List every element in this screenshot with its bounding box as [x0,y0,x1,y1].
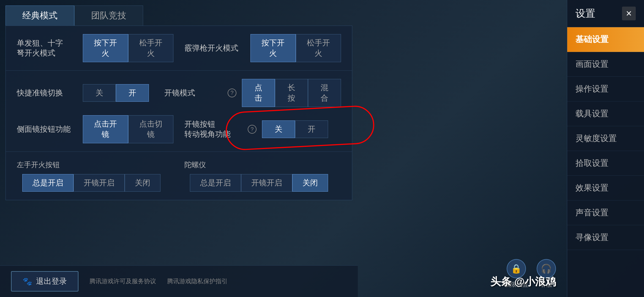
scope-rotate-btn-group: 关 开 [262,120,328,138]
shotgun-release-btn[interactable]: 松手开火 [296,34,341,62]
fire-mode-row: 单发狙、十字 弩开火模式 按下开火 松手开火 霰弹枪开火模式 按下开火 松手开火 [17,34,341,62]
scope-rotate-help-icon[interactable]: ? [248,125,256,134]
scope-mode-help-icon[interactable]: ? [228,89,236,97]
side-scope-label: 侧面镜按钮功能 [17,124,77,134]
left-fire-label: 左手开火按钮 [17,160,60,170]
quick-scope-off-btn[interactable]: 关 [83,84,116,102]
privacy-policy-link[interactable]: 腾讯游戏隐私保护指引 [167,277,228,285]
settings-panel: 单发狙、十字 弩开火模式 按下开火 松手开火 霰弹枪开火模式 按下开火 松手开火 [6,26,352,200]
side-scope-switch-btn[interactable]: 点击切镜 [128,115,174,143]
main-settings-container: 经典模式 团队竞技 单发狙、十字 弩开火模式 按下开火 松手开火 霰弹枪开火模式… [0,0,358,297]
sidebar-item-pickup[interactable]: 拾取设置 [567,151,644,176]
sidebar-item-controls[interactable]: 操作设置 [567,77,644,101]
user-icon: 🐾 [23,277,32,286]
gyro-always-btn[interactable]: 总是开启 [190,174,241,192]
single-shot-btn-group: 按下开火 松手开火 [83,34,173,62]
logout-label: 退出登录 [36,276,67,287]
single-shot-label: 单发狙、十字 弩开火模式 [17,38,77,58]
quick-scope-btn-group: 关 开 [83,84,149,102]
shotgun-half: 霰弹枪开火模式 按下开火 松手开火 [184,34,341,62]
scope-rotate-label-group: 开镜按钮 转动视角功能 ? [184,119,256,139]
sidebar-item-image[interactable]: 寻像设置 [567,225,644,250]
scope-mode-hold-btn[interactable]: 长按 [275,79,308,107]
quick-scope-label: 快捷准镜切换 [17,88,77,98]
gyro-label: 陀螺仪 [184,160,206,170]
gyro-btn-group: 总是开启 开镜开启 关闭 [190,174,328,192]
gyro-scope-btn[interactable]: 开镜开启 [241,174,292,192]
left-fire-off-btn[interactable]: 关闭 [125,174,160,192]
scope-mode-btn-group: 点击 长按 混合 [242,79,341,107]
sidebar-item-effects[interactable]: 效果设置 [567,176,644,200]
quick-scope-on-btn[interactable]: 开 [116,84,149,102]
scope-row2: 侧面镜按钮功能 点击开镜 点击切镜 开镜按钮 转动视角功能 ? 关 开 [17,115,341,143]
shotgun-btn-group: 按下开火 松手开火 [250,34,341,62]
side-scope-btn-group: 点击开镜 点击切镜 [83,115,173,143]
single-shot-press-btn[interactable]: 按下开火 [83,34,128,62]
left-fire-scope-btn[interactable]: 开镜开启 [73,174,125,192]
single-shot-half: 单发狙、十字 弩开火模式 按下开火 松手开火 [17,34,173,62]
left-fire-btn-group: 总是开启 开镜开启 关闭 [22,174,160,192]
scope-rotate-off-btn[interactable]: 关 [262,120,295,138]
sidebar-header: 设置 × [567,0,644,27]
tab-team[interactable]: 团队竞技 [74,6,143,26]
scope-rotate-label: 开镜按钮 转动视角功能 [184,119,245,139]
scope-row1: 快捷准镜切换 关 开 开镜模式 ? 点击 长按 混合 [17,79,341,107]
quick-scope-half: 快捷准镜切换 关 开 [17,84,153,102]
tab-classic[interactable]: 经典模式 [6,6,74,26]
sidebar: 设置 × 基础设置 画面设置 操作设置 载具设置 灵敏度设置 拾取设置 效果设置… [567,0,644,297]
logout-button[interactable]: 🐾 退出登录 [11,271,78,292]
scope-rotate-half: 开镜按钮 转动视角功能 ? 关 开 [184,119,341,139]
service-agreement-link[interactable]: 腾讯游戏许可及服务协议 [89,277,156,285]
sidebar-title: 设置 [575,7,595,20]
section-scope: 快捷准镜切换 关 开 开镜模式 ? 点击 长按 混合 [6,71,352,152]
watermark: 头条 @小浪鸡 [490,275,556,289]
scope-rotate-on-btn[interactable]: 开 [295,120,328,138]
close-button[interactable]: × [622,7,636,20]
single-shot-release-btn[interactable]: 松手开火 [128,34,174,62]
bottom-bar: 🐾 退出登录 腾讯游戏许可及服务协议 腾讯游戏隐私保护指引 [0,265,358,297]
scope-mode-tap-btn[interactable]: 点击 [242,79,275,107]
left-fire-half: 左手开火按钮 总是开启 开镜开启 关闭 [17,160,173,192]
scope-mode-label: 开镜模式 [164,88,225,98]
scope-mode-half: 开镜模式 ? 点击 长按 混合 [164,79,341,107]
gyro-off-btn[interactable]: 关闭 [292,174,328,192]
scope-mode-mix-btn[interactable]: 混合 [308,79,341,107]
sidebar-item-sensitivity[interactable]: 灵敏度设置 [567,126,644,151]
side-scope-half: 侧面镜按钮功能 点击开镜 点击切镜 [17,115,173,143]
mode-tabs: 经典模式 团队竞技 [6,6,352,26]
scope-mode-label-group: 开镜模式 ? [164,88,236,98]
sidebar-item-display[interactable]: 画面设置 [567,52,644,77]
side-scope-open-btn[interactable]: 点击开镜 [83,115,128,143]
left-fire-always-btn[interactable]: 总是开启 [22,174,73,192]
section-fire-mode: 单发狙、十字 弩开火模式 按下开火 松手开火 霰弹枪开火模式 按下开火 松手开火 [6,26,352,71]
shotgun-label: 霰弹枪开火模式 [184,43,245,53]
shotgun-press-btn[interactable]: 按下开火 [250,34,296,62]
section-fire-gyro: 左手开火按钮 总是开启 开镜开启 关闭 陀螺仪 总是开启 开镜开启 关闭 [6,152,352,200]
gyro-half: 陀螺仪 总是开启 开镜开启 关闭 [184,160,341,192]
fire-gyro-row: 左手开火按钮 总是开启 开镜开启 关闭 陀螺仪 总是开启 开镜开启 关闭 [17,160,341,192]
sidebar-item-sound[interactable]: 声音设置 [567,200,644,225]
sidebar-item-basic[interactable]: 基础设置 [567,27,644,52]
sidebar-item-vehicle[interactable]: 载具设置 [567,101,644,126]
